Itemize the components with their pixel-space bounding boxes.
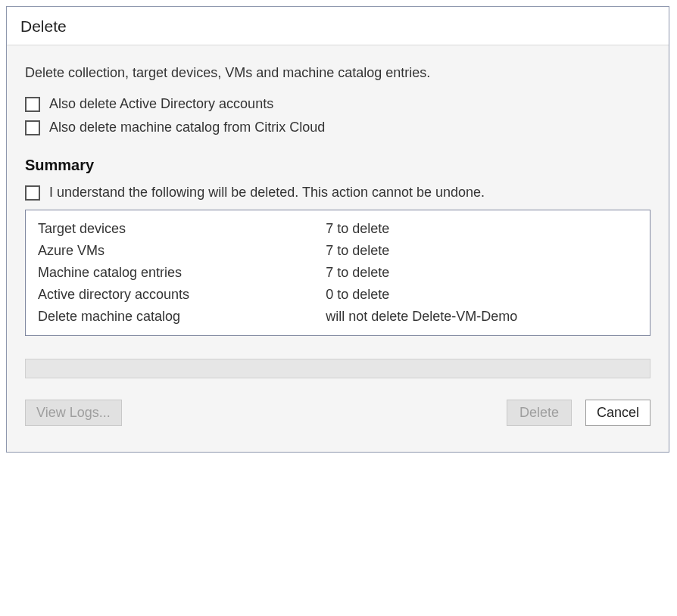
checkbox-icon[interactable] [25,97,40,112]
summary-row-label: Active directory accounts [38,284,326,306]
summary-row-value: 0 to delete [326,284,638,306]
option-delete-machine-catalog[interactable]: Also delete machine catalog from Citrix … [25,120,650,135]
dialog-title: Delete [20,17,67,35]
table-row: Delete machine catalog will not delete D… [38,306,638,328]
summary-row-value: 7 to delete [326,240,638,262]
option-delete-ad-accounts[interactable]: Also delete Active Directory accounts [25,96,650,112]
dialog-footer: View Logs... Delete Cancel [25,400,650,443]
option-label: Also delete machine catalog from Citrix … [49,120,325,135]
summary-box: Target devices 7 to delete Azure VMs 7 t… [25,210,650,336]
confirm-delete-understanding[interactable]: I understand the following will be delet… [25,185,650,201]
delete-dialog: Delete Delete collection, target devices… [6,6,669,453]
checkbox-icon[interactable] [25,185,40,201]
summary-row-value: will not delete Delete-VM-Demo [326,306,638,328]
table-row: Target devices 7 to delete [38,218,638,240]
summary-heading: Summary [25,157,650,174]
summary-row-label: Azure VMs [38,240,326,262]
summary-row-label: Machine catalog entries [38,262,326,284]
summary-row-value: 7 to delete [326,262,638,284]
dialog-description: Delete collection, target devices, VMs a… [25,65,650,81]
right-button-group: Delete Cancel [507,400,650,426]
summary-row-label: Target devices [38,218,326,240]
summary-row-value: 7 to delete [326,218,638,240]
option-label: Also delete Active Directory accounts [49,96,273,112]
progress-bar [25,359,650,378]
cancel-button[interactable]: Cancel [585,400,650,426]
table-row: Active directory accounts 0 to delete [38,284,638,306]
table-row: Azure VMs 7 to delete [38,240,638,262]
summary-table: Target devices 7 to delete Azure VMs 7 t… [38,218,638,328]
dialog-body: Delete collection, target devices, VMs a… [7,45,669,452]
table-row: Machine catalog entries 7 to delete [38,262,638,284]
delete-button[interactable]: Delete [507,400,572,426]
confirm-label: I understand the following will be delet… [49,185,485,201]
summary-row-label: Delete machine catalog [38,306,326,328]
checkbox-icon[interactable] [25,120,40,135]
view-logs-button[interactable]: View Logs... [25,400,122,426]
dialog-titlebar: Delete [7,7,669,45]
